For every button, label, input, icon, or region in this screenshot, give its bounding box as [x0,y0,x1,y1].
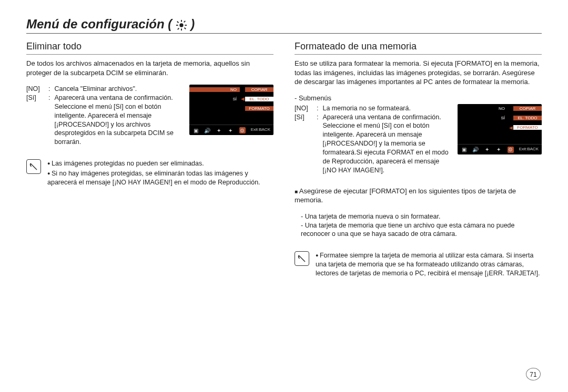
lcd-screenshot-format: NO COPIAR SÍ EL. TODO ◀ FORMATO [458,104,542,154]
svg-rect-3 [176,25,178,26]
section-heading-delete-all: Eliminar todo [26,41,273,55]
lcd-exit-label: Exit:BACK [519,147,539,153]
dash-item: - Una tarjeta de memoria que tiene un ar… [301,221,542,239]
delete-all-content-row: [NO] : Cancela "Eliminar archivos". [Sí]… [26,85,273,147]
delete-all-options: [NO] : Cancela "Eliminar archivos". [Sí]… [26,85,181,147]
svg-rect-7 [184,20,186,23]
option-yes: [Sí] : Aparecerá una ventana de confirma… [26,94,181,147]
left-column: Eliminar todo De todos los archivos alma… [26,41,273,279]
camera-icon: ✦ [484,147,490,153]
format-square-note: Asegúrese de ejecutar [FORMATO] en los s… [295,187,542,205]
display-icon: ▣ [461,147,467,153]
gear-icon [176,19,187,31]
page-title: Menú de configuración ( ) [26,17,195,32]
option-no: [NO] : Cancela "Eliminar archivos". [26,85,181,94]
play-icon: ✦ [495,147,502,153]
lcd-bottom-icons: ▣ 🔊 ✦ ✦ ⚙ Exit:BACK [458,144,542,154]
format-content-row: [NO] : La memoria no se formateará. [Sí]… [295,104,542,175]
lcd-screenshot-delete: NO COPIAR SÍ◀ EL. TODO FORMATO [189,85,273,135]
note-list: Las imágenes protegidas no pueden ser el… [47,159,273,188]
option-yes: [Sí] : Aparecerá una ventana de confirma… [295,113,449,175]
section-heading-format: Formateado de una memoria [295,41,542,55]
svg-rect-1 [181,20,182,22]
note-box-format: Formatee siempre la tarjeta de memoria a… [295,251,542,279]
sound-icon: 🔊 [204,127,210,133]
sound-icon: 🔊 [472,147,479,153]
format-dash-list: - Una tarjeta de memoria nueva o sin for… [301,212,542,239]
svg-point-0 [179,23,183,27]
page-number: 71 [526,368,541,380]
note-item: Formatee siempre la tarjeta de memoria a… [316,251,542,278]
lcd-bottom-icons: ▣ 🔊 ✦ ✦ ⚙ Exit:BACK [189,125,273,135]
display-icon: ▣ [192,127,199,133]
gear-icon: ⚙ [239,127,246,133]
lcd-row: SÍ EL. TODO [458,114,542,123]
note-icon [295,251,309,266]
format-intro: Esto se utiliza para formatear la memori… [295,59,542,87]
dash-item: - Una tarjeta de memoria nueva o sin for… [301,212,542,221]
manual-page: Menú de configuración ( ) Eliminar todo … [0,0,568,392]
lcd-row: NO COPIAR [189,85,273,94]
gear-icon: ⚙ [508,147,514,153]
svg-rect-2 [181,28,182,30]
lcd-row: NO COPIAR [458,104,542,114]
two-column-layout: Eliminar todo De todos los archivos alma… [26,41,542,279]
play-icon: ✦ [227,127,234,133]
right-column: Formateado de una memoria Esto se utiliz… [295,41,542,279]
delete-all-intro: De todos los archivos almacenados en la … [26,59,273,77]
submenus-label: - Submenús [295,94,542,102]
lcd-row: FORMATO [189,104,273,113]
note-icon [26,159,41,174]
option-no: [NO] : La memoria no se formateará. [295,104,449,113]
svg-rect-5 [177,21,179,23]
note-list: Formatee siempre la tarjeta de memoria a… [316,251,542,279]
note-item: Si no hay imágenes protegidas, se elimin… [47,169,273,187]
format-options: [NO] : La memoria no se formateará. [Sí]… [295,104,449,175]
lcd-row: ◀ FORMATO [458,123,542,132]
camera-icon: ✦ [216,127,222,133]
svg-rect-4 [185,25,187,26]
lcd-row: SÍ◀ EL. TODO [189,94,273,104]
lcd-exit-label: Exit:BACK [251,127,270,133]
note-item: Las imágenes protegidas no pueden ser el… [47,159,273,168]
svg-rect-8 [177,28,179,30]
page-title-row: Menú de configuración ( ) [26,17,542,34]
note-box-delete: Las imágenes protegidas no pueden ser el… [26,159,273,188]
svg-rect-6 [184,27,186,29]
